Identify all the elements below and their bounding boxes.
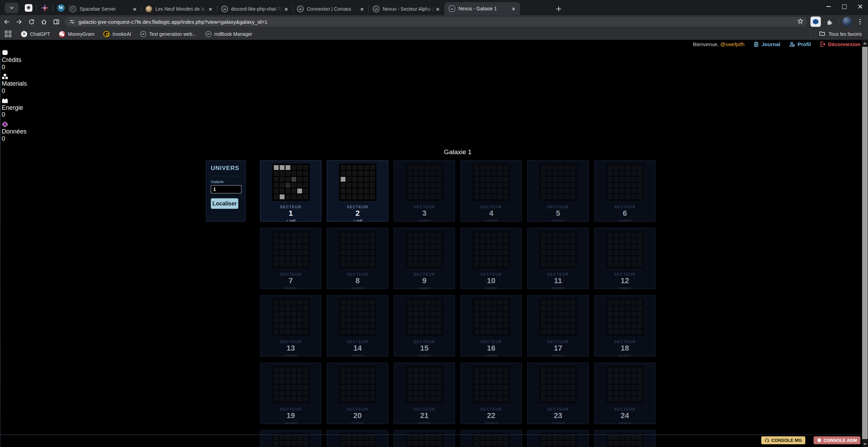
sector-card[interactable]: SECTEUR13Inexploré bbox=[260, 295, 321, 356]
browser-menu-button[interactable] bbox=[856, 16, 865, 28]
page-scrollbar[interactable] bbox=[862, 40, 868, 447]
pinned-extension-icon[interactable] bbox=[810, 17, 821, 27]
sector-tile bbox=[407, 318, 412, 322]
apps-grid-icon[interactable] bbox=[5, 31, 12, 38]
sector-tile bbox=[547, 318, 552, 322]
address-bar[interactable]: galactic-pve-conquest-c7fe.dev.flatlogic… bbox=[65, 17, 807, 26]
galaxie-input[interactable] bbox=[211, 185, 241, 193]
sector-tile bbox=[280, 233, 285, 237]
tab-close-button[interactable] bbox=[283, 6, 289, 12]
sector-card[interactable]: SECTEUR19Inexploré bbox=[260, 363, 321, 424]
bookmark-item[interactable]: mdBook Manager bbox=[205, 31, 252, 37]
sector-tile bbox=[303, 183, 308, 188]
console-adm-button[interactable]: CONSOLE ADM bbox=[814, 436, 860, 444]
maximize-button[interactable] bbox=[836, 0, 852, 13]
sector-card[interactable]: SECTEUR3Inexploré bbox=[394, 160, 455, 222]
sector-tile bbox=[280, 250, 285, 255]
sector-tile bbox=[419, 385, 424, 390]
profile-avatar[interactable] bbox=[843, 17, 852, 26]
sector-tile bbox=[280, 306, 285, 311]
sector-card[interactable]: SECTEUR16Inexploré bbox=[461, 295, 522, 356]
sector-tile bbox=[370, 312, 375, 317]
side-panel-button[interactable] bbox=[50, 16, 62, 28]
sector-card[interactable]: SECTEUR18Inexploré bbox=[594, 295, 655, 356]
sector-tile bbox=[486, 165, 491, 170]
extensions-button[interactable] bbox=[824, 16, 835, 28]
forward-button[interactable] bbox=[13, 16, 25, 28]
scroll-down-arrow[interactable] bbox=[862, 441, 868, 447]
close-window-button[interactable] bbox=[852, 0, 868, 13]
sector-number: 13 bbox=[287, 344, 295, 353]
new-tab-button[interactable] bbox=[554, 4, 564, 14]
tab-search-button[interactable] bbox=[5, 3, 19, 13]
tab-close-button[interactable] bbox=[435, 6, 441, 12]
sector-tile bbox=[341, 244, 345, 249]
bookmark-item[interactable]: InvokeAI bbox=[103, 31, 131, 37]
bookmark-star-icon[interactable] bbox=[797, 18, 804, 26]
sector-card[interactable]: SECTEUR21Inexploré bbox=[394, 363, 455, 424]
bookmark-item[interactable]: ChatGPT bbox=[21, 31, 50, 37]
sector-tile bbox=[431, 177, 436, 182]
browser-tab[interactable]: Connexion | Corvara bbox=[293, 3, 369, 15]
tab-close-button[interactable] bbox=[132, 6, 138, 12]
localiser-button[interactable]: Localiser bbox=[211, 198, 238, 209]
header-link-journal[interactable]: Journal bbox=[753, 41, 780, 47]
all-bookmarks-label[interactable]: Tous les favoris bbox=[829, 31, 862, 37]
sector-tile bbox=[297, 189, 302, 193]
reload-button[interactable] bbox=[25, 16, 37, 28]
sector-label: SECTEUR bbox=[614, 205, 636, 209]
header-link-déconnexion[interactable]: Déconnexion bbox=[820, 41, 860, 47]
sector-card[interactable]: SECTEUR5Inexploré bbox=[527, 160, 589, 222]
tab-close-button[interactable] bbox=[207, 6, 214, 12]
site-settings-icon[interactable] bbox=[69, 19, 75, 25]
bookmark-item[interactable]: Text generation web... bbox=[140, 31, 196, 37]
sector-card[interactable]: SECTEUR14Inexploré bbox=[327, 295, 388, 356]
sector-card[interactable]: SECTEUR20Inexploré bbox=[327, 363, 388, 424]
sector-card[interactable]: SECTEUR15Inexploré bbox=[394, 295, 455, 356]
sector-card[interactable]: SECTEUR9Inexploré bbox=[394, 228, 455, 289]
sector-card[interactable]: SECTEUR10Inexploré bbox=[461, 228, 522, 289]
browser-tab[interactable]: Nexus - Galaxie 1 bbox=[444, 2, 520, 15]
console-mg-button[interactable]: CONSOLE MG bbox=[761, 436, 805, 444]
sector-card[interactable]: SECTEUR24Inexploré bbox=[594, 363, 655, 424]
scroll-up-arrow[interactable] bbox=[862, 40, 868, 46]
tab-close-button[interactable] bbox=[359, 6, 365, 12]
sector-tile bbox=[614, 250, 619, 255]
sector-tile bbox=[291, 368, 296, 372]
home-button[interactable] bbox=[38, 16, 50, 28]
sector-tile bbox=[626, 300, 630, 305]
pinned-tab-chatgpt[interactable] bbox=[23, 2, 34, 14]
back-button[interactable] bbox=[1, 16, 12, 28]
sector-tile bbox=[614, 256, 619, 261]
scrollbar-thumb[interactable] bbox=[862, 47, 868, 439]
sector-card[interactable]: SECTEUR8Inexploré bbox=[327, 228, 388, 289]
sector-tile bbox=[413, 171, 418, 176]
browser-tab[interactable]: discord-like-php-chat-7262.de bbox=[217, 3, 293, 15]
sector-tile bbox=[570, 165, 575, 170]
sector-card[interactable]: SECTEUR11Inexploré bbox=[527, 228, 589, 289]
sector-label: SECTEUR bbox=[347, 407, 368, 411]
sector-card[interactable]: SECTEUR12Inexploré bbox=[594, 228, 655, 289]
sector-tile bbox=[565, 312, 569, 317]
sector-tile bbox=[559, 329, 564, 334]
sector-card[interactable]: SECTEUR2Actif bbox=[327, 160, 388, 222]
browser-tab[interactable]: Nexus - Secteur Alpha [G1] bbox=[369, 3, 444, 15]
sector-card[interactable]: SECTEUR4Inexploré bbox=[461, 160, 522, 222]
sector-card[interactable]: SECTEUR22Inexploré bbox=[461, 363, 522, 424]
header-link-profil[interactable]: Profil bbox=[789, 41, 810, 47]
sector-card[interactable]: SECTEUR17Inexploré bbox=[527, 295, 589, 356]
pinned-tab-gemini[interactable] bbox=[39, 2, 51, 14]
url-text[interactable]: galactic-pve-conquest-c7fe.dev.flatlogic… bbox=[79, 19, 797, 25]
all-bookmarks[interactable]: Tous les favoris bbox=[810, 30, 862, 38]
sector-card[interactable]: SECTEUR6Inexploré bbox=[594, 160, 655, 222]
sector-card[interactable]: SECTEUR23Inexploré bbox=[527, 363, 589, 424]
sector-tile bbox=[565, 244, 569, 249]
sector-card[interactable]: SECTEUR7Inexploré bbox=[260, 228, 321, 289]
sector-card[interactable]: SECTEUR1Actif bbox=[260, 160, 321, 222]
minimize-button[interactable] bbox=[820, 0, 836, 13]
browser-tab[interactable]: Spacebar Server bbox=[65, 3, 141, 15]
pinned-tab-wordpress[interactable] bbox=[55, 2, 67, 14]
tab-close-button[interactable] bbox=[510, 6, 517, 12]
bookmark-item[interactable]: MoneyGram bbox=[59, 31, 94, 37]
browser-tab[interactable]: Les Neuf Mondes de la Mythol bbox=[141, 3, 217, 15]
